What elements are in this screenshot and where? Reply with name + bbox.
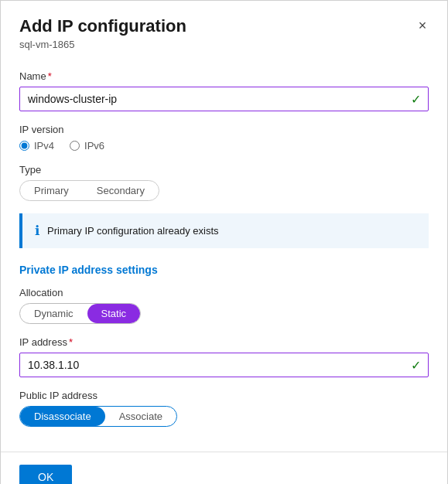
allocation-label: Allocation [19,287,429,298]
ip-address-field-group: IP address* ✓ [19,336,429,377]
ip-address-label: IP address* [19,336,429,348]
ip-version-field-group: IP version IPv4 IPv6 [19,124,429,152]
private-ip-section-title: Private IP address settings [19,264,429,276]
ip-address-input-wrapper: ✓ [19,353,429,377]
public-ip-label: Public IP address [19,390,429,401]
ip-version-label: IP version [19,124,429,135]
ipv4-option[interactable]: IPv4 [19,140,54,152]
type-toggle-group: Primary Secondary [19,180,159,201]
disassociate-button[interactable]: Disassociate [20,407,105,426]
allocation-field-group: Allocation Dynamic Static [19,287,429,324]
dynamic-allocation-button[interactable]: Dynamic [20,304,87,323]
name-field-group: Name* ✓ [19,70,429,111]
static-allocation-button[interactable]: Static [87,304,141,323]
name-input-wrapper: ✓ [19,87,429,111]
info-banner: ℹ Primary IP configuration already exist… [19,213,429,248]
ipv6-radio[interactable] [70,141,80,151]
ip-check-icon: ✓ [411,358,421,373]
info-icon: ℹ [35,223,39,239]
ip-version-radio-group: IPv4 IPv6 [19,140,429,152]
info-message: Primary IP configuration already exists [47,225,219,237]
type-field-group: Type Primary Secondary [19,164,429,201]
dialog-subtitle: sql-vm-1865 [19,39,429,50]
ipv6-option[interactable]: IPv6 [70,140,104,152]
dialog-footer: OK [1,452,447,484]
allocation-toggle-group: Dynamic Static [19,303,141,324]
associate-button[interactable]: Associate [105,407,176,426]
ip-address-input[interactable] [19,353,429,377]
primary-type-button[interactable]: Primary [20,181,83,200]
ipv4-radio[interactable] [19,141,29,151]
public-ip-field-group: Public IP address Disassociate Associate [19,390,429,427]
name-required-star: * [48,70,52,82]
secondary-type-button[interactable]: Secondary [83,181,159,200]
dialog-header: Add IP configuration sql-vm-1865 × [1,1,447,58]
public-ip-toggle-group: Disassociate Associate [19,406,177,427]
close-button[interactable]: × [412,15,433,36]
type-label: Type [19,164,429,176]
dialog-body: Name* ✓ IP version IPv4 IPv6 [1,58,447,452]
name-label: Name* [19,70,429,82]
name-input[interactable] [19,87,429,111]
ok-button[interactable]: OK [19,465,72,484]
add-ip-config-dialog: Add IP configuration sql-vm-1865 × Name*… [0,0,448,484]
ip-required-star: * [69,336,73,348]
name-check-icon: ✓ [411,92,421,107]
dialog-title: Add IP configuration [19,16,429,36]
